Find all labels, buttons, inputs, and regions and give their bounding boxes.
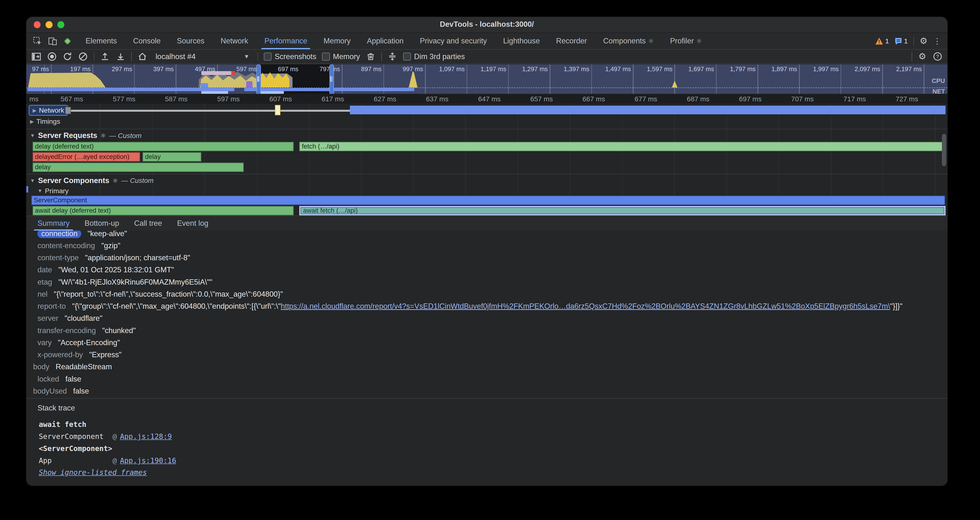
memory-checkbox[interactable]: Memory (322, 52, 360, 61)
stack-trace-title: Stack trace (37, 404, 75, 412)
flame-chart-entry[interactable]: fetch (…/api) (299, 142, 945, 151)
ruler-tick-label: 617 ms (315, 95, 350, 103)
checkbox-box (264, 52, 272, 60)
collapse-triangle-icon[interactable]: ▼ (30, 133, 35, 138)
collapse-triangle-icon[interactable]: ▼ (37, 188, 43, 194)
toggle-sidebar-icon[interactable] (31, 52, 41, 62)
record-and-reload-button[interactable] (62, 52, 72, 62)
help-icon[interactable]: ? (932, 52, 942, 62)
tab-application[interactable]: Application (359, 33, 412, 49)
flame-chart-entry[interactable]: delay (33, 162, 244, 172)
inspect-element-icon[interactable] (33, 36, 43, 46)
network-request-bar[interactable] (350, 106, 945, 114)
stack-frame: App@App.js:190:16 (39, 455, 176, 467)
tab-event-log[interactable]: Event log (170, 216, 216, 231)
property-value: "Accept-Encoding" (58, 339, 120, 347)
history-select[interactable]: localhost #4 ▼ (153, 52, 252, 61)
flame-chart-entry[interactable]: delayedError (…ayed exception) (33, 152, 140, 162)
checkbox-box (322, 52, 330, 60)
summary-row: etag"W/\"4b1-RjEJloX9kRinu6F0MAZMmy6E5iA… (26, 276, 947, 288)
report-url-link[interactable]: https://a.nel.cloudflare.com/report/v4?s… (281, 302, 890, 311)
tab-components[interactable]: Components⚛ (595, 33, 662, 49)
flame-chart-entry[interactable]: delay (deferred text) (33, 142, 294, 151)
tab-memory[interactable]: Memory (315, 33, 359, 49)
checkbox-box (403, 52, 411, 60)
flame-chart-entry[interactable]: delay (143, 152, 201, 162)
flame-chart-entry[interactable]: await delay (deferred text) (33, 206, 294, 215)
frame-source-link[interactable]: App.js:190:16 (120, 456, 176, 465)
cpu-activity-shape (246, 81, 253, 87)
settings-gear-icon[interactable]: ⚙ (920, 37, 928, 45)
overview-tick-label: 297 ms (92, 65, 132, 73)
property-value: "{\"report_to\":\"cf-nel\",\"success_fra… (54, 290, 283, 299)
issues-badge[interactable]: 1 (895, 37, 908, 45)
flame-chart-tracks[interactable]: ▶ Network ▶ Timings ▼ Server Requests ⚛ (26, 104, 947, 216)
property-key: body (33, 363, 49, 371)
property-value: ReadableStream (56, 363, 112, 371)
property-key: connection (37, 231, 81, 238)
tab-elements[interactable]: Elements (77, 33, 125, 49)
custom-track-suffix: — Custom (121, 177, 154, 184)
overview-tick-label: 1,297 ms (508, 65, 548, 73)
primary-group-label[interactable]: Primary (45, 187, 68, 195)
screenshots-checkbox[interactable]: Screenshots (264, 52, 317, 61)
frame-source-link[interactable]: App.js:128:9 (120, 432, 172, 440)
server-requests-track-label[interactable]: Server Requests (38, 131, 97, 140)
dim-3rd-parties-checkbox[interactable]: Dim 3rd parties (403, 52, 465, 61)
tab-lighthouse[interactable]: Lighthouse (495, 33, 548, 49)
flame-chart-entry[interactable]: await fetch (…/api) (299, 206, 945, 215)
load-profile-icon[interactable] (100, 52, 110, 62)
tab-network[interactable]: Network (212, 33, 256, 49)
tab-summary[interactable]: Summary (30, 216, 77, 231)
details-tab-bar: SummaryBottom-upCall treeEvent log (26, 216, 947, 231)
extension-icon[interactable] (62, 36, 72, 46)
track-resize-grip[interactable] (65, 107, 71, 114)
show-ignore-listed-frames-link[interactable]: Show ignore-listed frames (39, 468, 147, 477)
collapse-triangle-icon[interactable]: ▶ (30, 119, 34, 124)
tab-performance[interactable]: Performance (256, 33, 315, 49)
record-button[interactable] (47, 52, 57, 62)
flame-chart-entry[interactable]: ServerComponent (31, 196, 945, 205)
overview-left-handle[interactable] (256, 64, 261, 94)
net-lane-label: NET (932, 88, 945, 94)
clear-recording-button[interactable] (78, 52, 88, 62)
summary-row: lockedfalse (26, 373, 947, 385)
timeline-overview[interactable]: 97 ms197 ms297 ms397 ms497 ms597 ms697 m… (26, 64, 947, 94)
warnings-badge[interactable]: 1 (875, 37, 889, 45)
tab-call-tree[interactable]: Call tree (127, 216, 170, 231)
network-request-marker[interactable] (275, 105, 280, 115)
summary-divider (26, 398, 947, 399)
tab-privacy-and-security[interactable]: Privacy and security (412, 33, 495, 49)
tab-recorder[interactable]: Recorder (548, 33, 595, 49)
tab-profiler[interactable]: Profiler⚛ (662, 33, 710, 49)
collapse-triangle-icon[interactable]: ▶ (33, 108, 37, 113)
server-components-track-label[interactable]: Server Components (38, 176, 109, 185)
timings-track-label[interactable]: Timings (37, 118, 60, 126)
tab-console[interactable]: Console (125, 33, 169, 49)
tab-bottom-up[interactable]: Bottom-up (77, 216, 127, 231)
summary-pane[interactable]: connection"keep-alive"content-encoding"g… (26, 231, 947, 398)
save-profile-icon[interactable] (116, 52, 126, 62)
device-toolbar-icon[interactable] (48, 36, 57, 46)
screen: DevTools - localhost:3000/ ElementsConso… (0, 0, 980, 520)
summary-row: x-powered-by"Express" (26, 349, 947, 361)
frame-function-name: await fetch (39, 420, 113, 429)
network-track-header[interactable]: ▶ Network (29, 105, 68, 116)
home-icon[interactable] (137, 52, 147, 62)
tab-sources[interactable]: Sources (169, 33, 212, 49)
capture-settings-gear-icon[interactable]: ⚙ (918, 52, 926, 61)
network-track-label: Network (39, 107, 64, 114)
more-options-icon[interactable]: ⋮ (933, 37, 942, 46)
collapse-lanes-icon[interactable] (388, 52, 398, 62)
collect-garbage-icon[interactable] (366, 52, 375, 62)
tracks-scrollbar-thumb[interactable] (942, 134, 946, 166)
overview-tick-label: 497 ms (175, 65, 215, 73)
stack-frame: await fetch (39, 418, 176, 430)
property-key: locked (37, 375, 59, 383)
overview-tick-label: 697 ms (258, 65, 299, 73)
timeline-ruler[interactable]: ms567 ms577 ms587 ms597 ms607 ms617 ms62… (26, 94, 947, 104)
overview-right-handle[interactable] (329, 64, 334, 94)
summary-row: report-to"{\"group\":\"cf-nel\",\"max_ag… (26, 300, 947, 312)
collapse-triangle-icon[interactable]: ▼ (30, 178, 35, 184)
frame-function-name: App (39, 456, 113, 465)
